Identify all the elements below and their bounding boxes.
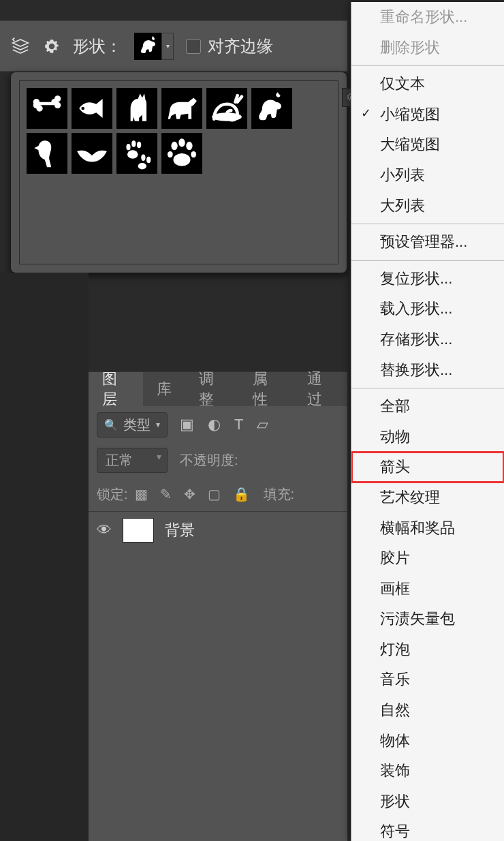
shape-paw-tracks[interactable] xyxy=(116,133,157,174)
layer-row[interactable]: 👁 背景 xyxy=(89,511,347,548)
menu-grime-vector[interactable]: 污渍矢量包 xyxy=(351,604,504,634)
menu-small-list[interactable]: 小列表 xyxy=(351,160,504,191)
menu-preset-manager[interactable]: 预设管理器... xyxy=(351,227,504,258)
menu-large-list[interactable]: 大列表 xyxy=(351,191,504,221)
menu-nature[interactable]: 自然 xyxy=(351,695,504,726)
blend-mode-value: 正常 xyxy=(106,453,133,468)
menu-save-shapes[interactable]: 存储形状... xyxy=(351,324,504,355)
menu-ornaments[interactable]: 装饰 xyxy=(351,756,504,786)
svg-point-4 xyxy=(137,142,141,148)
svg-point-3 xyxy=(131,140,136,147)
align-edges-label: 对齐边缘 xyxy=(208,35,273,57)
lock-move-icon[interactable]: ✥ xyxy=(184,486,195,502)
shape-snail[interactable] xyxy=(206,88,247,129)
menu-separator xyxy=(351,260,504,261)
tab-layers[interactable]: 图层 xyxy=(89,372,143,406)
layer-kind-filter[interactable]: 🔍 类型 ▾ xyxy=(97,412,168,438)
align-edges-checkbox[interactable] xyxy=(186,39,201,54)
tab-adjustments[interactable]: 调整 xyxy=(185,372,240,406)
blend-mode-dropdown[interactable]: 正常 xyxy=(97,448,168,473)
panel-tabs: 图层 库 调整 属性 通过 xyxy=(89,372,347,406)
menu-replace-shapes[interactable]: 替换形状... xyxy=(351,355,504,386)
shape-bone[interactable] xyxy=(27,88,67,129)
layer-name[interactable]: 背景 xyxy=(165,520,195,540)
shape-parrot[interactable] xyxy=(27,133,67,174)
shape-flyout-menu: 重命名形状... 删除形状 仅文本 ✓ 小缩览图 大缩览图 小列表 大列表 预设… xyxy=(351,2,504,841)
fill-label: 填充: xyxy=(264,485,295,504)
lock-label: 锁定: xyxy=(97,485,128,504)
menu-music[interactable]: 音乐 xyxy=(351,664,504,695)
menu-separator xyxy=(351,65,504,66)
visibility-toggle-icon[interactable]: 👁 xyxy=(97,521,112,539)
layers-panel: 图层 库 调整 属性 通过 🔍 类型 ▾ ▣ ◐ T ▱ 正常 不透明度: 锁定… xyxy=(89,371,347,841)
svg-point-14 xyxy=(174,153,191,166)
shape-paw-print[interactable] xyxy=(161,133,202,174)
svg-point-6 xyxy=(141,155,145,161)
svg-point-11 xyxy=(186,142,192,151)
shape-layers-icon[interactable] xyxy=(10,36,31,57)
svg-point-7 xyxy=(146,157,151,163)
menu-all[interactable]: 全部 xyxy=(351,391,504,422)
svg-point-9 xyxy=(171,142,177,151)
shape-label: 形状： xyxy=(73,35,122,57)
layer-thumbnail[interactable] xyxy=(123,518,154,542)
tab-library[interactable]: 库 xyxy=(143,372,185,406)
tab-channels[interactable]: 通过 xyxy=(294,372,348,406)
menu-text-only[interactable]: 仅文本 xyxy=(351,69,504,100)
menu-load-shapes[interactable]: 载入形状... xyxy=(351,294,504,324)
shape-fish[interactable] xyxy=(72,88,112,129)
filter-pixel-icon[interactable]: ▣ xyxy=(180,416,194,433)
menu-delete-shape: 删除形状 xyxy=(351,33,504,63)
menu-large-thumbnail[interactable]: 大缩览图 xyxy=(351,129,504,160)
gear-icon[interactable] xyxy=(43,37,61,55)
svg-point-10 xyxy=(178,138,185,147)
filter-type-icon[interactable]: T xyxy=(234,416,243,433)
lock-brush-icon[interactable]: ✎ xyxy=(160,486,172,502)
menu-separator xyxy=(351,388,504,388)
opacity-label: 不透明度: xyxy=(180,451,238,470)
menu-animals[interactable]: 动物 xyxy=(351,422,504,453)
menu-shapes[interactable]: 形状 xyxy=(351,786,504,817)
svg-point-1 xyxy=(212,112,242,121)
shape-dog[interactable] xyxy=(161,88,202,129)
shape-dropdown-caret[interactable]: ▾ xyxy=(161,33,174,60)
lock-all-icon[interactable]: 🔒 xyxy=(233,486,250,502)
shape-grid xyxy=(27,88,313,174)
lock-artboard-icon[interactable]: ▢ xyxy=(208,486,221,502)
lock-pixels-icon[interactable]: ▩ xyxy=(135,486,148,502)
menu-symbols[interactable]: 符号 xyxy=(351,816,504,841)
current-shape-preview[interactable] xyxy=(134,33,161,60)
svg-point-2 xyxy=(126,144,130,150)
menu-banners-awards[interactable]: 横幅和奖品 xyxy=(351,513,504,544)
menu-lightbulb[interactable]: 灯泡 xyxy=(351,634,504,665)
menu-separator xyxy=(351,224,504,224)
shape-cat[interactable] xyxy=(116,88,157,129)
svg-point-8 xyxy=(138,163,147,169)
menu-rename-shape: 重命名形状... xyxy=(351,2,504,33)
filter-shape-icon[interactable]: ▱ xyxy=(257,416,268,433)
kind-label: 类型 xyxy=(123,416,151,434)
options-bar: 形状： ▾ 对齐边缘 xyxy=(0,20,347,72)
menu-reset-shapes[interactable]: 复位形状... xyxy=(351,264,504,294)
svg-point-13 xyxy=(168,151,173,157)
menu-artistic-textures[interactable]: 艺术纹理 xyxy=(351,483,504,513)
menu-film[interactable]: 胶片 xyxy=(351,543,504,574)
menu-objects[interactable]: 物体 xyxy=(351,726,504,756)
shape-rabbit[interactable] xyxy=(251,88,292,129)
svg-point-5 xyxy=(127,150,138,159)
search-icon: 🔍 xyxy=(104,418,118,431)
shape-bird[interactable] xyxy=(72,133,112,174)
menu-arrows[interactable]: 箭头 xyxy=(351,452,504,483)
filter-adjust-icon[interactable]: ◐ xyxy=(208,416,221,433)
menu-frames[interactable]: 画框 xyxy=(351,574,504,605)
svg-point-12 xyxy=(191,151,196,157)
menu-small-thumbnail[interactable]: ✓ 小缩览图 xyxy=(351,100,504,130)
tab-properties[interactable]: 属性 xyxy=(239,372,294,406)
left-dark-strip xyxy=(0,273,89,841)
check-icon: ✓ xyxy=(361,106,371,121)
shape-picker-panel: ▾ xyxy=(10,72,347,273)
